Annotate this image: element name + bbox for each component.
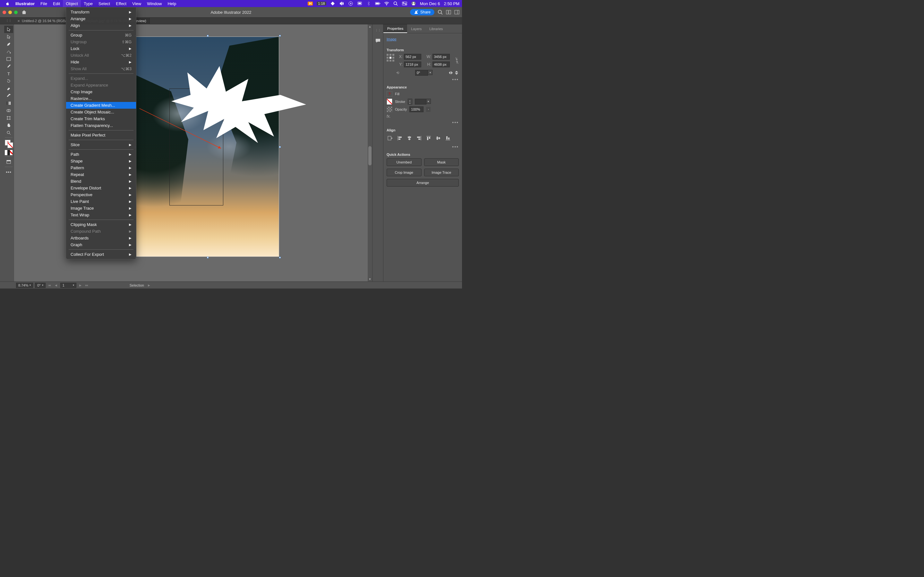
app-name-menu[interactable]: Illustrator xyxy=(13,0,37,7)
layers-tab[interactable]: Layers xyxy=(407,24,425,33)
display-icon[interactable] xyxy=(357,1,362,6)
opacity-dropdown-arrow[interactable]: › xyxy=(426,107,431,112)
stroke-weight-input[interactable] xyxy=(415,99,426,105)
prev-artboard-button[interactable]: ◀ xyxy=(54,283,58,287)
menu-item-hide[interactable]: Hide▶ xyxy=(66,59,136,65)
screen-mode-button[interactable] xyxy=(4,158,13,165)
rotate-tool[interactable] xyxy=(4,77,13,85)
gradient-tool[interactable] xyxy=(4,99,13,107)
transform-more-options[interactable]: ••• xyxy=(387,77,459,82)
align-to-button[interactable] xyxy=(387,135,394,142)
eraser-tool[interactable] xyxy=(4,85,13,92)
angle-input[interactable] xyxy=(415,70,428,76)
menu-item-pattern[interactable]: Pattern▶ xyxy=(66,164,136,171)
comments-panel-icon[interactable] xyxy=(375,38,381,44)
opacity-input[interactable] xyxy=(409,106,423,112)
menu-item-align[interactable]: Align▶ xyxy=(66,22,136,29)
menu-item-envelope-distort[interactable]: Envelope Distort▶ xyxy=(66,185,136,191)
bluetooth-icon[interactable] xyxy=(366,1,371,6)
workspace-icon[interactable] xyxy=(454,10,459,15)
menu-item-repeat[interactable]: Repeat▶ xyxy=(66,171,136,178)
menu-item-perspective[interactable]: Perspective▶ xyxy=(66,191,136,198)
menu-item-create-gradient-mesh[interactable]: Create Gradient Mesh... xyxy=(66,102,136,109)
rotate-view-field[interactable]: 0° ▾ xyxy=(35,283,45,288)
h-input[interactable] xyxy=(433,61,450,67)
eyedropper-tool[interactable] xyxy=(4,92,13,99)
menu-item-make-pixel-perfect[interactable]: Make Pixel Perfect xyxy=(66,132,136,139)
angle-dropdown[interactable]: ▾ xyxy=(428,70,433,75)
menu-item-collect-for-export[interactable]: Collect For Export▶ xyxy=(66,251,136,258)
first-artboard-button[interactable]: ⏮ xyxy=(47,283,52,287)
menu-item-rasterize[interactable]: Rasterize... xyxy=(66,95,136,102)
menu-window[interactable]: Window xyxy=(144,0,165,7)
menu-object[interactable]: Object xyxy=(63,0,81,7)
arrange-button[interactable]: Arrange xyxy=(387,179,459,187)
toolbar-search-icon[interactable] xyxy=(438,10,443,15)
appearance-more-options[interactable]: ••• xyxy=(387,120,459,125)
stroke-weight-dropdown[interactable]: ▾ xyxy=(426,99,431,104)
scroll-thumb[interactable] xyxy=(368,146,372,165)
user-icon[interactable] xyxy=(411,1,416,6)
toolbar-drag-handle[interactable]: ⋮⋮ xyxy=(3,19,14,23)
mask-button[interactable]: Mask xyxy=(424,158,459,166)
menu-item-live-paint[interactable]: Live Paint▶ xyxy=(66,198,136,205)
menu-item-graph[interactable]: Graph▶ xyxy=(66,242,136,248)
menu-effect[interactable]: Effect xyxy=(113,0,129,7)
menu-item-flatten-transparency[interactable]: Flatten Transparency... xyxy=(66,122,136,129)
rectangle-tool[interactable] xyxy=(4,55,13,63)
selection-tool[interactable] xyxy=(4,26,13,33)
menu-item-create-trim-marks[interactable]: Create Trim Marks xyxy=(66,115,136,122)
menu-type[interactable]: Type xyxy=(81,0,95,7)
flip-vertical-icon[interactable] xyxy=(454,71,459,75)
document-tab-1[interactable]: ✕ Untitled-2 @ 16.94 % (RGB/... xyxy=(14,17,73,24)
fill-stroke-swatch[interactable]: ? xyxy=(4,139,13,148)
menu-item-arrange[interactable]: Arrange▶ xyxy=(66,15,136,22)
constrain-proportions-icon[interactable] xyxy=(455,57,459,64)
align-top-button[interactable] xyxy=(425,135,432,142)
pen-tool[interactable] xyxy=(4,40,13,48)
align-bottom-button[interactable] xyxy=(444,135,451,142)
last-artboard-button[interactable]: ⏭ xyxy=(85,283,89,287)
menubar-time[interactable]: 2:50 PM xyxy=(444,1,459,6)
menu-item-group[interactable]: Group⌘G xyxy=(66,32,136,39)
fx-button[interactable]: fx. xyxy=(387,114,391,119)
menu-item-transform[interactable]: Transform▶ xyxy=(66,9,136,15)
panel-drag-handle[interactable]: ⋮⋮ xyxy=(375,29,381,32)
properties-tab[interactable]: Properties xyxy=(383,24,407,33)
reference-point-selector[interactable] xyxy=(387,54,395,62)
unembed-button[interactable]: Unembed xyxy=(387,158,422,166)
edit-toolbar-button[interactable]: ••• xyxy=(4,168,13,176)
menu-item-text-wrap[interactable]: Text Wrap▶ xyxy=(66,211,136,218)
artboard-nav-field[interactable]: 1 ▾ xyxy=(60,283,76,288)
scroll-up-arrow[interactable]: ▲ xyxy=(368,24,372,29)
menu-item-path[interactable]: Path▶ xyxy=(66,151,136,158)
menubar-date[interactable]: Mon Dec 6 xyxy=(420,1,440,6)
zoom-level-field[interactable]: 8.74% ▾ xyxy=(16,283,33,288)
selection-type-link[interactable]: Image xyxy=(387,37,397,41)
wifi-icon[interactable] xyxy=(384,1,389,6)
status-selection-arrow[interactable]: ▶ xyxy=(148,284,150,287)
zoom-tool[interactable] xyxy=(4,129,13,136)
type-tool[interactable]: T xyxy=(4,70,13,77)
stroke-weight-stepper[interactable]: ▴▾ xyxy=(408,99,412,105)
volume-icon[interactable] xyxy=(339,1,344,6)
y-input[interactable] xyxy=(404,61,421,67)
align-right-button[interactable] xyxy=(415,135,423,142)
flip-horizontal-icon[interactable] xyxy=(449,71,453,75)
window-minimize-button[interactable] xyxy=(8,11,12,14)
menu-item-clipping-mask[interactable]: Clipping Mask▶ xyxy=(66,221,136,228)
stroke-swatch[interactable] xyxy=(387,99,393,105)
menu-file[interactable]: File xyxy=(37,0,50,7)
artboard-tool[interactable] xyxy=(4,114,13,121)
menu-item-shape[interactable]: Shape▶ xyxy=(66,158,136,164)
align-hcenter-button[interactable] xyxy=(406,135,413,142)
vertical-scrollbar[interactable]: ▲ ▼ xyxy=(368,24,372,282)
battery-icon[interactable] xyxy=(375,1,380,6)
control-center-icon[interactable] xyxy=(402,1,407,6)
arrange-docs-icon[interactable] xyxy=(446,10,451,15)
w-input[interactable] xyxy=(433,54,450,60)
scroll-down-arrow[interactable]: ▼ xyxy=(368,277,372,282)
next-artboard-button[interactable]: ▶ xyxy=(78,283,83,287)
paintbrush-tool[interactable] xyxy=(4,63,13,70)
diamond-icon[interactable] xyxy=(330,1,335,6)
